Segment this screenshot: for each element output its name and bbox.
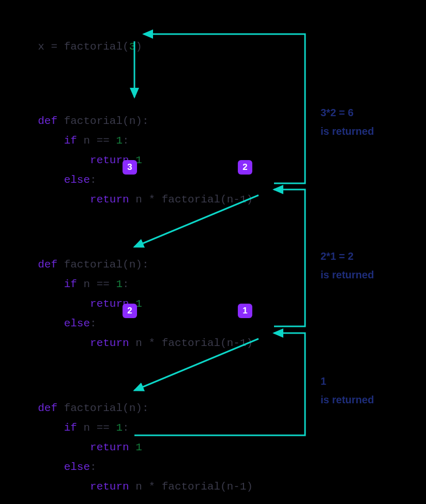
- annotation-3: 1 is returned: [321, 372, 374, 409]
- annotation-1: 3*2 = 6 is returned: [321, 103, 374, 140]
- call-line: x = factorial(3): [25, 29, 142, 53]
- block3-ret2: return n * factorial(n-1): [25, 469, 253, 493]
- annotation-1-line1: 3*2 = 6: [321, 107, 354, 118]
- annotation-3-line1: 1: [321, 375, 326, 387]
- badge-n-2: 2: [123, 304, 137, 318]
- badge-arg-1: 1: [238, 304, 252, 318]
- block2-ret2: return n * factorial(n-1): [25, 325, 253, 349]
- badge-arg-2: 2: [238, 160, 252, 175]
- annotation-2: 2*1 = 2 is returned: [321, 247, 374, 284]
- arrow-return-2: [274, 190, 305, 326]
- annotation-2-line2: is returned: [321, 269, 374, 280]
- annotation-1-line2: is returned: [321, 125, 374, 137]
- badge-n-3: 3: [123, 160, 137, 175]
- arrow-return-6: [144, 34, 305, 183]
- block1-ret2: return n * factorial(n-1): [25, 182, 253, 206]
- annotation-2-line1: 2*1 = 2: [321, 250, 354, 262]
- annotation-3-line2: is returned: [321, 394, 374, 405]
